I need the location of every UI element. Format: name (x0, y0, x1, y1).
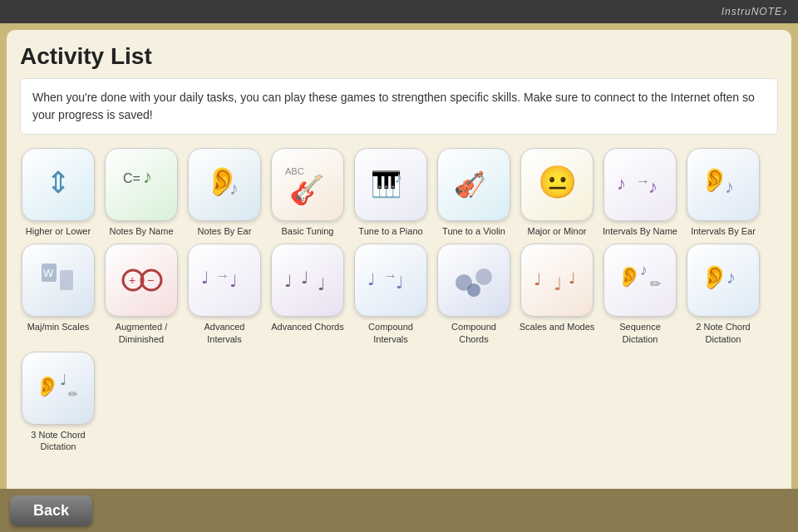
activity-adv-chords[interactable]: ♩♩♩Advanced Chords (269, 244, 346, 345)
activity-icon-higher-lower: ⇕ (22, 148, 95, 221)
description-box: When you're done with your daily tasks, … (20, 78, 778, 135)
svg-text:♩: ♩ (569, 270, 575, 287)
activity-icon-basic-tuning: ABC🎸 (271, 148, 344, 221)
svg-text:♩: ♩ (201, 268, 209, 287)
activity-icon-aug-dim: +− (105, 244, 178, 317)
activity-icon-compound-intervals: ♩→♩ (354, 244, 427, 317)
activity-icon-intervals-ear: 👂♪ (687, 148, 760, 221)
svg-text:→: → (216, 268, 229, 283)
activity-icon-major-minor: 😐 (520, 148, 594, 221)
activity-icon-intervals-name: ♪→♪ (603, 148, 677, 221)
svg-text:+: + (129, 273, 135, 287)
activity-notes-by-ear[interactable]: 👂♪Notes By Ear (186, 148, 263, 237)
activity-icon-tune-piano: 🎹♪ (354, 148, 427, 221)
activity-aug-dim[interactable]: +−Augmented / Diminished (103, 244, 180, 345)
activity-icon-scales-modes: ♩♩♩ (520, 244, 594, 317)
activity-icon-notes-by-name: C=♪ (105, 148, 178, 221)
activity-icon-compound-chords (437, 244, 510, 317)
activity-label-notes-by-name: Notes By Name (109, 225, 173, 237)
activity-label-compound-chords: Compound Chords (436, 321, 512, 345)
activity-compound-chords[interactable]: Compound Chords (436, 244, 512, 345)
svg-text:👂: 👂 (35, 374, 60, 398)
svg-text:🎸: 🎸 (289, 173, 325, 207)
svg-text:♩: ♩ (396, 273, 403, 292)
svg-text:♩: ♩ (229, 272, 237, 290)
activity-icon-seq-dictation: 👂♪✏ (603, 244, 677, 317)
activity-label-tune-piano: Tune to a Piano (358, 225, 422, 237)
svg-text:♩: ♩ (534, 270, 541, 288)
activity-label-intervals-name: Intervals By Name (603, 225, 677, 237)
svg-text:👂: 👂 (700, 264, 729, 291)
back-button[interactable]: Back (10, 495, 92, 526)
main-content: Activity List When you're done with your… (7, 30, 791, 500)
activity-label-tune-violin: Tune to a Violin (442, 225, 505, 237)
activity-label-scales-modes: Scales and Modes (520, 321, 595, 332)
activity-tune-violin[interactable]: 🎻♪Tune to a Violin (436, 148, 512, 237)
activity-label-adv-intervals: Advanced Intervals (186, 321, 263, 345)
activity-majmin-scales[interactable]: WMaj/min Scales (20, 244, 96, 345)
activity-icon-tune-violin: 🎻♪ (437, 148, 510, 221)
activity-label-2note-chord: 2 Note Chord Dictation (685, 321, 761, 345)
activity-label-adv-chords: Advanced Chords (271, 321, 343, 332)
svg-text:♪: ♪ (648, 176, 658, 197)
activity-basic-tuning[interactable]: ABC🎸Basic Tuning (269, 148, 346, 237)
top-bar: InstruNOTE♪ (0, 0, 798, 23)
svg-point-34 (475, 268, 492, 285)
activity-seq-dictation[interactable]: 👂♪✏Sequence Dictation (602, 244, 678, 345)
svg-text:✏: ✏ (68, 387, 78, 401)
svg-text:♪: ♪ (617, 173, 626, 194)
activity-label-intervals-ear: Intervals By Ear (691, 225, 756, 237)
activity-3note-chord[interactable]: 👂♩✏3 Note Chord Dictation (20, 352, 96, 453)
bottom-bar: Back (0, 489, 798, 532)
svg-text:♪: ♪ (640, 262, 648, 278)
svg-text:C=: C= (123, 171, 140, 185)
activity-label-majmin-scales: Maj/min Scales (27, 321, 90, 332)
svg-text:♩: ♩ (284, 272, 292, 290)
activity-icon-adv-chords: ♩♩♩ (271, 244, 344, 317)
activity-label-higher-lower: Higher or Lower (26, 225, 91, 237)
activity-icon-adv-intervals: ♩→♩ (188, 244, 261, 317)
activity-label-seq-dictation: Sequence Dictation (602, 321, 678, 345)
activity-label-aug-dim: Augmented / Diminished (103, 321, 180, 345)
activity-label-3note-chord: 3 Note Chord Dictation (20, 429, 96, 453)
svg-rect-18 (60, 270, 73, 290)
svg-text:♪: ♪ (479, 171, 485, 185)
svg-point-35 (467, 283, 480, 297)
svg-text:♩: ♩ (301, 268, 308, 287)
activity-scales-modes[interactable]: ♩♩♩Scales and Modes (519, 244, 595, 345)
svg-text:−: − (147, 273, 154, 287)
svg-text:♩: ♩ (554, 273, 562, 294)
activity-intervals-name[interactable]: ♪→♪Intervals By Name (602, 148, 678, 237)
svg-text:♩: ♩ (367, 270, 375, 288)
activity-label-major-minor: Major or Minor (528, 225, 587, 237)
svg-text:♪: ♪ (229, 178, 239, 199)
svg-text:♩: ♩ (60, 372, 66, 388)
activity-icon-2note-chord: 👂♪ (687, 244, 760, 317)
app-logo: InstruNOTE♪ (722, 6, 788, 17)
activity-intervals-ear[interactable]: 👂♪Intervals By Ear (685, 148, 761, 237)
activity-major-minor[interactable]: 😐Major or Minor (519, 148, 595, 237)
page-title: Activity List (20, 43, 778, 70)
svg-text:♪: ♪ (394, 168, 402, 186)
svg-text:♩: ♩ (318, 275, 325, 293)
activity-label-basic-tuning: Basic Tuning (282, 225, 334, 237)
activity-notes-by-name[interactable]: C=♪Notes By Name (103, 148, 180, 237)
svg-text:♪: ♪ (727, 267, 736, 288)
activity-icon-notes-by-ear: 👂♪ (188, 148, 261, 221)
svg-text:✏: ✏ (650, 277, 662, 291)
activity-adv-intervals[interactable]: ♩→♩Advanced Intervals (186, 244, 263, 345)
activity-2note-chord[interactable]: 👂♪2 Note Chord Dictation (685, 244, 761, 345)
activity-label-compound-intervals: Compound Intervals (352, 321, 429, 345)
svg-text:👂: 👂 (617, 264, 642, 288)
activity-icon-majmin-scales: W (22, 244, 95, 317)
activities-grid: ⇕Higher or LowerC=♪Notes By Name👂♪Notes … (20, 148, 778, 452)
activity-tune-piano[interactable]: 🎹♪Tune to a Piano (352, 148, 429, 237)
activity-label-notes-by-ear: Notes By Ear (198, 225, 252, 237)
activity-compound-intervals[interactable]: ♩→♩Compound Intervals (352, 244, 429, 345)
activity-icon-3note-chord: 👂♩✏ (22, 352, 95, 425)
svg-text:♪: ♪ (143, 166, 152, 187)
svg-text:W: W (43, 267, 54, 279)
svg-text:😐: 😐 (538, 163, 578, 201)
activity-higher-lower[interactable]: ⇕Higher or Lower (20, 148, 96, 237)
svg-text:⇕: ⇕ (46, 165, 71, 200)
